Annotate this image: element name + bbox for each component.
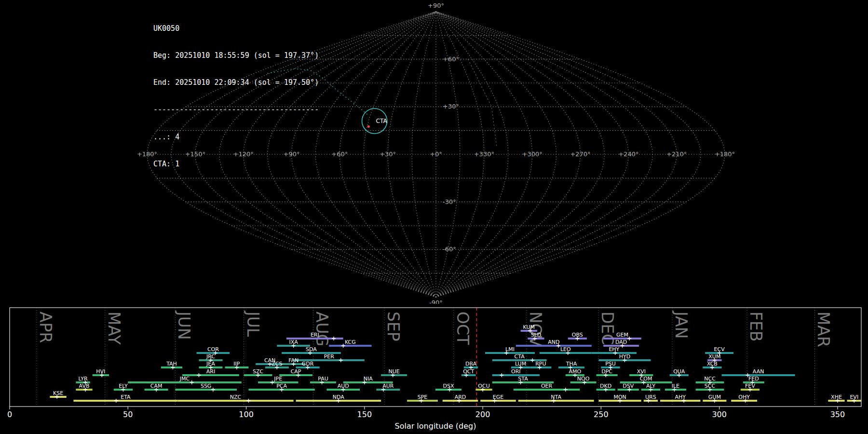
x-tick-label: 300 <box>712 410 727 419</box>
shower-label-per: PER <box>324 353 335 360</box>
shower-label-aur: AUR <box>382 383 394 389</box>
radiant-dot <box>367 125 370 128</box>
shower-label-xcb: XCB <box>707 361 718 367</box>
equator-longitude-label: +240° <box>618 150 638 158</box>
x-axis: 050100150200250300350Solar longitude (de… <box>7 407 845 431</box>
shower-label-spe: SPE <box>418 394 428 400</box>
month-label: MAY <box>105 312 123 345</box>
shower-label-evi: EVI <box>850 394 858 400</box>
shower-label-nta: NTA <box>551 394 561 400</box>
month-label: APR <box>36 312 55 343</box>
shower-label-lyr: LYR <box>79 376 88 382</box>
shower-label-psu: PSU <box>605 361 616 367</box>
month-label: OCT <box>453 312 472 345</box>
month-label: AUG <box>312 312 331 346</box>
shower-peak-marker-jpe <box>271 380 274 384</box>
parallel-label: +30° <box>443 103 459 110</box>
x-tick-label: 200 <box>475 410 490 419</box>
shower-label-mon: MON <box>613 394 626 400</box>
shower-label-dra: DRA <box>465 361 477 367</box>
x-tick-label: 250 <box>594 410 609 419</box>
shower-label-ecv: ECV <box>714 346 725 353</box>
radiant-label-cta: CTA <box>376 118 388 124</box>
shower-label-scc: SCC <box>705 383 716 389</box>
shower-label-sda: SDA <box>306 346 317 353</box>
shower-peak-marker-eri <box>332 337 336 340</box>
shower-label-ile: ILE <box>672 383 679 389</box>
shower-peak-marker-per <box>339 358 343 362</box>
shower-label-hvi: HVI <box>96 368 105 375</box>
x-tick-label: 150 <box>357 410 372 419</box>
shower-peak-marker-ari <box>197 373 201 377</box>
parallel-label: -30° <box>443 198 456 205</box>
shower-label-gum: GUM <box>708 394 721 400</box>
shower-label-com: COM <box>640 376 652 382</box>
shower-peak-marker-oer <box>564 388 568 392</box>
shower-label-xum: XUM <box>708 353 720 360</box>
shower-label-sld: SLD <box>531 332 542 338</box>
shower-label-oct: OCT <box>463 368 474 375</box>
month-label: MAR <box>814 312 833 347</box>
equator-longitude-label: +180° <box>137 150 157 158</box>
shower-label-dad: DAD <box>615 339 627 345</box>
shower-label-xhe: XHE <box>831 394 842 400</box>
shower-label-pca: PCA <box>276 383 287 389</box>
shower-label-cta: CTA <box>515 353 525 360</box>
shower-label-aud: AUD <box>338 383 349 389</box>
shower-label-dsx: DSX <box>443 383 454 389</box>
faint-trail <box>468 59 497 147</box>
shower-peak-marker-ori <box>500 373 503 377</box>
shower-label-ncc: NCC <box>704 376 716 382</box>
north-pole-label: +90° <box>428 2 444 9</box>
shower-label-nue: NUE <box>389 368 400 375</box>
shower-label-jmc: JMC <box>179 376 190 382</box>
shower-peak-marker-cta <box>530 358 534 362</box>
meteor-trail <box>267 68 367 114</box>
shower-label-ssg: SSG <box>201 383 212 389</box>
x-tick-label: 100 <box>239 410 254 419</box>
shower-peak-marker-nzc <box>246 399 250 403</box>
shower-label-szc: SZC <box>253 368 264 375</box>
shower-label-lmi: LMI <box>505 346 515 353</box>
x-tick-label: 350 <box>830 410 845 419</box>
month-label: FEB <box>746 312 765 341</box>
shower-label-aly: ALY <box>646 383 655 389</box>
x-tick-label: 50 <box>123 410 133 419</box>
shower-label-obs: OBS <box>572 332 583 338</box>
shower-label-jrc: JRC <box>206 353 215 360</box>
month-label: JUL <box>244 311 262 337</box>
equator-longitude-label: +0° <box>430 150 442 158</box>
shower-label-dsv: DSV <box>623 383 634 389</box>
shower-label-gem: GEM <box>616 332 628 338</box>
shower-label-noo: NOO <box>577 376 590 382</box>
shower-label-ege: EGE <box>493 394 503 400</box>
shower-label-lum: LUM <box>515 361 526 367</box>
parallel-label: -60° <box>443 245 456 253</box>
equator-longitude-label: +150° <box>185 150 205 158</box>
shower-label-kum: KUM <box>523 324 535 330</box>
month-label: SEP <box>384 312 403 341</box>
month-label: JAN <box>672 311 691 339</box>
shower-label-nda: NDA <box>333 394 345 400</box>
equator-longitude-label: +210° <box>666 150 687 158</box>
shower-label-dpc: DPC <box>601 368 612 375</box>
shower-label-fed: FED <box>748 376 759 382</box>
shower-label-fev: FEV <box>745 383 755 389</box>
shower-label-ahy: AHY <box>675 394 686 400</box>
shower-label-hyd: HYD <box>619 353 630 360</box>
shower-label-cap: CAP <box>291 368 301 375</box>
shower-peak-marker-jmc <box>190 380 194 384</box>
shower-label-sta: STA <box>518 376 528 382</box>
sky-map: +90°-90°+60°+30°-30°-60°+180°+150°+120°+… <box>0 0 868 304</box>
shower-label-kcg: KCG <box>345 339 356 345</box>
shower-label-ixa: IXA <box>289 339 298 345</box>
shower-label-leo: LEO <box>560 346 571 353</box>
parallel-label: +60° <box>443 55 459 63</box>
shower-label-and: AND <box>548 339 559 345</box>
shower-label-nia: NIA <box>364 376 373 382</box>
equator-longitude-label: +90° <box>284 150 300 158</box>
shower-label-zcs: ZCS <box>271 361 282 367</box>
shower-label-ely: ELY <box>119 383 128 389</box>
shower-peak-marker-eta <box>114 399 118 403</box>
shower-label-nzc: NZC <box>230 394 242 400</box>
